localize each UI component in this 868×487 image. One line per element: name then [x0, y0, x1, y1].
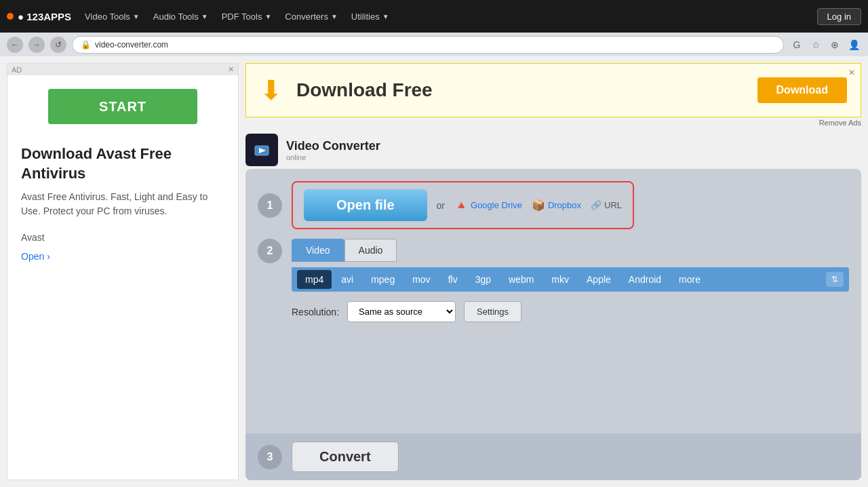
navbar-left: ● 123APPS Video Tools ▼ Audio Tools ▼ PD… — [7, 11, 389, 22]
navbar: ● 123APPS Video Tools ▼ Audio Tools ▼ PD… — [0, 0, 868, 33]
or-text: or — [437, 200, 445, 211]
format-3gp[interactable]: 3gp — [467, 270, 499, 289]
account-icon[interactable]: 👤 — [846, 37, 861, 52]
tab-video[interactable]: Video — [292, 239, 344, 262]
tab-audio[interactable]: Audio — [344, 239, 397, 262]
converters-label: Converters — [285, 12, 328, 22]
start-button[interactable]: START — [48, 89, 197, 124]
convert-button[interactable]: Convert — [292, 442, 399, 472]
app-header: Video Converter online — [245, 128, 861, 169]
logo-dot — [7, 13, 14, 20]
sidebar-ad: AD ✕ START Download Avast Free Antivirus… — [7, 63, 239, 480]
logo-area[interactable]: ● 123APPS — [7, 11, 71, 22]
ad-banner-download-button[interactable]: Download — [757, 77, 847, 103]
link-icon: 🔗 — [591, 200, 601, 210]
video-tools-label: Video Tools — [85, 12, 130, 22]
forward-button[interactable]: → — [28, 37, 45, 53]
main-wrapper: AD ✕ START Download Avast Free Antivirus… — [0, 56, 868, 487]
step2-number: 2 — [258, 239, 282, 263]
app-name: Video Converter — [286, 139, 380, 153]
format-avi[interactable]: avi — [333, 270, 361, 289]
format-list: mp4 avi mpeg mov flv 3gp webm mkv Apple … — [292, 267, 849, 292]
ad-banner-text: Download Free — [296, 79, 744, 101]
format-apple[interactable]: Apple — [578, 270, 619, 289]
step3-row: 3 Convert — [245, 433, 861, 480]
settings-button[interactable]: Settings — [464, 301, 521, 322]
ad-open-link[interactable]: Open › — [21, 251, 224, 262]
ad-banner-arrow-icon: ⬇ — [260, 75, 283, 106]
step1-number: 1 — [258, 193, 282, 218]
bookmark-icon[interactable]: ☆ — [808, 37, 823, 52]
address-bar[interactable]: 🔒 video-converter.com — [72, 36, 784, 54]
refresh-button[interactable]: ↺ — [50, 37, 66, 53]
dropbox-label: Dropbox — [548, 200, 581, 210]
google-drive-icon: 🔺 — [454, 199, 468, 212]
format-mpeg[interactable]: mpeg — [363, 270, 403, 289]
format-mov[interactable]: mov — [404, 270, 438, 289]
pdf-tools-arrow: ▼ — [264, 13, 271, 20]
browser-icons: G ☆ ⊕ 👤 — [789, 37, 861, 52]
format-mp4[interactable]: mp4 — [297, 270, 332, 289]
step3-number: 3 — [258, 445, 282, 469]
sidebar-ad-close[interactable]: ✕ — [228, 65, 234, 74]
url-label: URL — [604, 200, 622, 210]
utilities-label: Utilities — [351, 12, 380, 22]
utilities-arrow: ▼ — [382, 13, 389, 20]
nav-video-tools[interactable]: Video Tools ▼ — [85, 12, 140, 22]
nav-audio-tools[interactable]: Audio Tools ▼ — [153, 12, 208, 22]
nav-pdf-tools[interactable]: PDF Tools ▼ — [222, 12, 272, 22]
format-android[interactable]: Android — [620, 270, 669, 289]
resolution-label: Resolution: — [292, 307, 339, 317]
ad-brand: Avast — [21, 232, 224, 243]
google-drive-link[interactable]: 🔺 Google Drive — [454, 199, 522, 212]
ad-title: Download Avast Free Antivirus — [21, 144, 224, 183]
format-scroll-btn[interactable]: ⇅ — [826, 272, 844, 287]
audio-tools-label: Audio Tools — [153, 12, 199, 22]
login-button[interactable]: Log in — [817, 8, 861, 25]
resolution-row: Resolution: Same as source Settings — [292, 298, 849, 325]
url-link[interactable]: 🔗 URL — [591, 200, 622, 210]
audio-tools-arrow: ▼ — [201, 13, 208, 20]
ad-banner: ⬇ Download Free Download ✕ — [245, 63, 861, 117]
format-tabs: Video Audio — [292, 239, 849, 262]
dropbox-link[interactable]: 📦 Dropbox — [532, 199, 581, 212]
secure-icon: 🔒 — [81, 40, 91, 50]
extension-icon[interactable]: ⊕ — [827, 37, 842, 52]
format-flv[interactable]: flv — [440, 270, 466, 289]
content-area: ⬇ Download Free Download ✕ Remove Ads Vi… — [245, 56, 868, 487]
back-button[interactable]: ← — [7, 37, 23, 53]
browser-chrome: ← → ↺ 🔒 video-converter.com G ☆ ⊕ 👤 — [0, 33, 868, 56]
format-webm[interactable]: webm — [500, 270, 542, 289]
app-status: online — [286, 153, 380, 161]
ad-label: AD — [12, 66, 22, 74]
google-icon[interactable]: G — [789, 37, 804, 52]
step1-inner: Open file or 🔺 Google Drive 📦 Dropbox 🔗 … — [292, 181, 634, 229]
app-icon — [245, 134, 278, 166]
app-title-area: Video Converter online — [286, 139, 380, 161]
format-mkv[interactable]: mkv — [543, 270, 577, 289]
ad-close-bar: AD ✕ — [7, 64, 238, 75]
nav-converters[interactable]: Converters ▼ — [285, 12, 337, 22]
spacer — [258, 334, 849, 424]
open-file-button[interactable]: Open file — [304, 189, 427, 221]
resolution-select[interactable]: Same as source — [347, 301, 456, 322]
format-more[interactable]: more — [671, 270, 709, 289]
step1-row: 1 Open file or 🔺 Google Drive 📦 Dropbox … — [258, 181, 849, 229]
pdf-tools-label: PDF Tools — [222, 12, 262, 22]
step2-row: 2 Video Audio mp4 avi mpeg mov flv 3gp w… — [258, 239, 849, 325]
url-text: video-converter.com — [95, 40, 168, 50]
nav-utilities[interactable]: Utilities ▼ — [351, 12, 389, 22]
step2-content: Video Audio mp4 avi mpeg mov flv 3gp web… — [292, 239, 849, 325]
remove-ads-link[interactable]: Remove Ads — [245, 117, 861, 128]
tool-area: 1 Open file or 🔺 Google Drive 📦 Dropbox … — [245, 169, 861, 480]
ad-description: Avast Free Antivirus. Fast, Light and Ea… — [21, 190, 224, 218]
ad-banner-close-icon[interactable]: ✕ — [848, 68, 855, 77]
video-tools-arrow: ▼ — [133, 13, 140, 20]
google-drive-label: Google Drive — [471, 200, 522, 210]
logo-text: ● 123APPS — [18, 11, 71, 22]
converters-arrow: ▼ — [331, 13, 338, 20]
dropbox-icon: 📦 — [532, 199, 545, 212]
ad-content: Download Avast Free Antivirus Avast Free… — [7, 138, 238, 269]
